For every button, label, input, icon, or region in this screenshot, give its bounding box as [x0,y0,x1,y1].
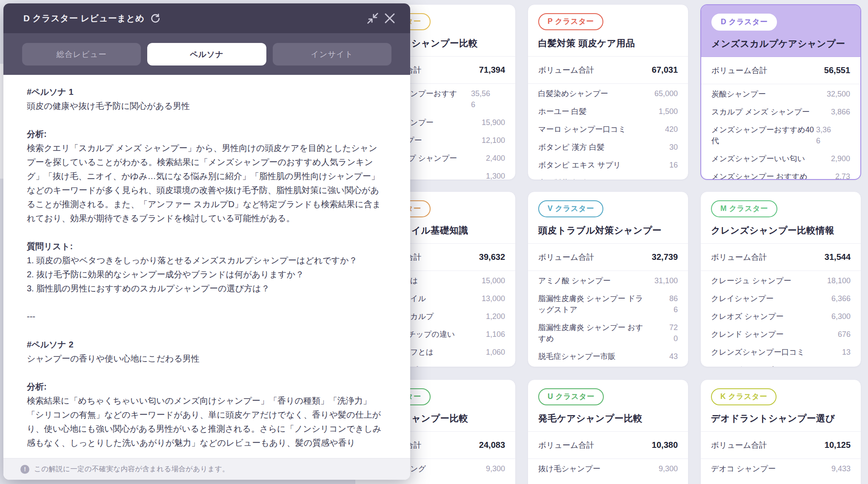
keyword-label: マーロ シャンプー口コミ [538,124,644,135]
cluster-badge: P クラスター [538,13,603,30]
analysis2-label: 分析: [27,380,385,394]
card-title: 白髪対策 頭皮ケア用品 [538,37,678,49]
keyword-row: 脱毛症シャンプー市販 43 [528,347,688,365]
volume-total-row: ボリューム合計 32,739 [528,244,688,271]
volume-label: ボリューム合計 [711,65,767,76]
modal-tab-strip: 総合レビュー ペルソナ インサイト [3,33,410,75]
keyword-row: メンズシャンプーいい匂い 2,900 [701,150,860,168]
keyword-value: 9,300 [644,463,678,474]
keyword-value: 9,300 [471,463,505,474]
keyword-row: スカルプ メンズ シャンプー 3,866 [701,103,860,121]
cluster-card[interactable]: V クラスター 頭皮トラブル対策シャンプー ボリューム合計 32,739 アミノ… [528,191,688,367]
volume-value: 67,031 [652,65,678,75]
keyword-value: 9,433 [817,463,851,474]
keyword-row: クレンド シャンプー 676 [701,325,861,343]
cluster-card[interactable]: U クラスター 発毛ケアシャンプー比較 ボリューム合計 10,380 抜け毛シャ… [528,379,688,484]
keyword-label: クレンズシャンプー口コミ [711,347,817,358]
keyword-value: 16 [644,159,678,171]
card-header: P クラスター 白髪対策 頭皮ケア用品 [528,5,688,57]
keyword-row: メンズシャンプー おすすめ 2,73 [701,168,860,180]
keyword-row: 大正製薬 白髪 16 [528,174,688,180]
volume-value: 31,544 [825,252,851,262]
questions-text: 1. 頭皮の脂やベタつきをしっかり落とせるメンズスカルプシャンプーはどれですか？… [27,253,385,296]
keyword-value: 420 [644,124,678,135]
cluster-badge: M クラスター [711,200,777,217]
disclaimer-text: この解説に一定の不確実な内容が含まれる場合があります。 [34,464,229,474]
keyword-value: 10 [817,364,851,367]
collapse-icon[interactable] [364,10,381,27]
keyword-row: 白髪染めシャンプー 65,000 [528,85,688,102]
persona2-description: シャンプーの香りや使い心地にこだわる男性 [27,352,385,366]
review-summary-modal: D クラスター レビューまとめ 総合レビュー [3,3,410,480]
analysis2-text: 検索結果に「めちゃくちゃいい匂いのメンズ向けシャンプー」「香りの種類」「洗浄力」… [27,394,385,450]
keyword-value: 43 [644,351,678,362]
modal-header: D クラスター レビューまとめ [3,3,410,33]
separator-text: --- [27,310,385,324]
keyword-row: ホーユー 白髪 1,500 [528,102,688,120]
keyword-value: 1,060 [471,347,505,358]
keyword-value: 32,500 [816,88,850,100]
persona-content: #ペルソナ 1 頭皮の健康や抜け毛予防に関心がある男性 分析: 検索クエリ「スカ… [3,75,410,458]
keyword-value: 1,030 [471,364,505,367]
keyword-value: 1,300 [471,171,505,180]
volume-label: ボリューム合計 [711,440,767,450]
volume-label: ボリューム合計 [538,65,594,75]
volume-label: ボリューム合計 [538,252,594,262]
keyword-row: 脂漏性皮膚炎 シャンプー おすすめ 72 0 [528,319,688,347]
volume-total-row: ボリューム合計 56,551 [701,57,860,84]
keyword-row: クレオズ シャンプー 6,300 [701,307,861,325]
keyword-list: 炭酸シャンプー 32,500 スカルプ メンズ シャンプー 3,866 メンズシ… [701,84,860,180]
keyword-label: クレイシャンプー [711,293,817,304]
volume-total-row: ボリューム合計 31,544 [701,244,861,271]
keyword-label: 炭酸シャンプー [711,88,816,100]
cluster-card[interactable]: P クラスター 白髪対策 頭皮ケア用品 ボリューム合計 67,031 白髪染めシ… [528,4,688,180]
keyword-label: 抜け毛シャンプー [538,463,644,474]
volume-value: 32,739 [652,252,678,262]
keyword-value: 1,106 [471,329,505,340]
questions-label: 質問リスト: [27,239,385,253]
volume-value: 10,125 [825,440,851,450]
cluster-badge: K クラスター [711,388,777,405]
keyword-value: 16 [644,177,678,180]
keyword-value: 1,500 [644,106,678,117]
tab-overall-review[interactable]: 総合レビュー [22,43,141,65]
card-header: D クラスター メンズスカルプケアシャンプー [701,5,860,57]
keyword-value: 18,100 [817,275,851,286]
keyword-value: 12,100 [471,135,505,146]
close-icon[interactable] [381,10,398,27]
modal-footer: ! この解説に一定の不確実な内容が含まれる場合があります。 [3,458,410,480]
keyword-row: アミノ酸 シャンプー 31,100 [528,272,688,290]
keyword-row: クレンズシャンプーとは 10 [701,361,861,367]
cluster-card[interactable]: K クラスター デオドラントシャンプー選び ボリューム合計 10,125 デオコ… [700,379,861,484]
keyword-value: 35,56 6 [471,88,505,110]
cluster-badge: D クラスター [711,14,777,31]
persona2-heading: #ペルソナ 2 [27,338,385,352]
keyword-value: 6,300 [817,311,851,322]
keyword-row: クレンズシャンプー口コミ 13 [701,343,861,361]
volume-total-row: ボリューム合計 67,031 [528,57,688,84]
keyword-row: クレイシャンプー 6,366 [701,290,861,307]
keyword-row: デオコ シャンプー 9,433 [701,460,861,478]
card-header: K クラスター デオドラントシャンプー選び [701,380,861,432]
cluster-card[interactable]: M クラスター クレンズシャンプー比較情報 ボリューム合計 31,544 クレー… [700,191,861,367]
keyword-label: ホーユー 白髪 [538,106,644,117]
cluster-card-selected[interactable]: D クラスター メンズスカルプケアシャンプー ボリューム合計 56,551 炭酸… [700,4,861,180]
refresh-icon[interactable] [150,13,160,24]
card-title: デオドラントシャンプー選び [711,412,851,424]
keyword-label: ボタンピ エキス サプリ [538,159,644,171]
tab-persona[interactable]: ペルソナ [147,43,266,65]
keyword-label: 脂漏性皮膚炎 シャンプー おすすめ [538,322,644,344]
keyword-value: 65,000 [644,88,678,99]
keyword-list: 抜け毛シャンプー 9,300 [528,459,688,478]
tab-insight[interactable]: インサイト [273,43,391,65]
keyword-value: 13,000 [471,293,505,304]
cluster-badge: V クラスター [538,200,603,217]
card-title: クレンズシャンプー比較情報 [711,224,851,236]
keyword-value: 72 0 [644,322,678,344]
keyword-list: クレージュ シャンプー 18,100 クレイシャンプー 6,366 クレオズ シ… [701,271,861,367]
volume-label: ボリューム合計 [538,440,594,450]
keyword-value: 3,866 [816,106,850,117]
card-header: U クラスター 発毛ケアシャンプー比較 [528,380,688,432]
volume-value: 10,380 [652,440,678,450]
keyword-value: 6,366 [817,293,851,304]
